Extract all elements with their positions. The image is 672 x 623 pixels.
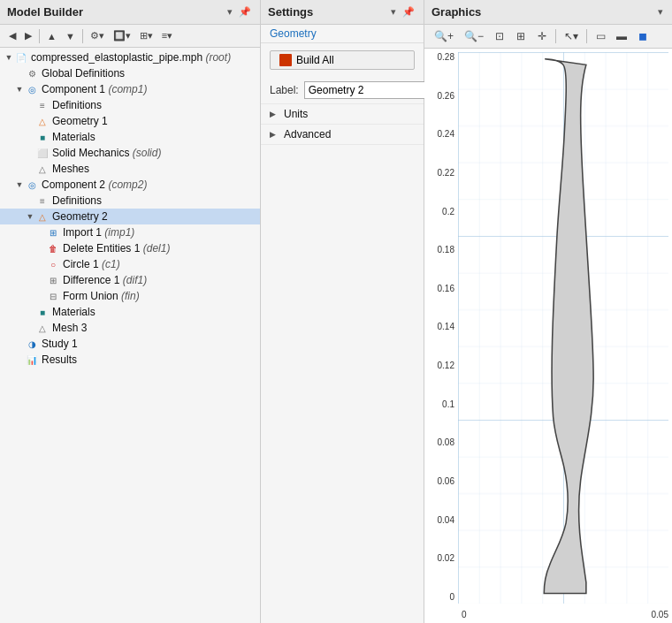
tree-item-results[interactable]: 📊Results [0, 352, 260, 368]
tree-label-delent1: Delete Entities 1 (del1) [63, 242, 170, 255]
mb-forward-btn[interactable]: ▶ [21, 27, 35, 44]
tree-icon-geom1: △ [35, 114, 50, 128]
mb-add-node-btn[interactable]: 🔲▾ [110, 27, 134, 44]
tree-label-mesh3: Mesh 3 [52, 322, 87, 334]
pan-btn[interactable]: ✛ [532, 27, 552, 45]
x-axis: 00.05 [458, 610, 672, 619]
label-row: Label: [261, 77, 424, 104]
mb-up-btn[interactable]: ▲ [43, 28, 60, 44]
y-axis-label: 0.1 [442, 399, 454, 409]
tree-item-circle1[interactable]: ○Circle 1 (c1) [0, 256, 260, 272]
tree-item-root[interactable]: ▼📄compressed_elastoplastic_pipe.mph (roo… [0, 49, 260, 65]
settings-header: Settings ▾ 📌 [261, 0, 424, 25]
wireframe-btn[interactable]: ▭ [591, 27, 610, 45]
y-axis-label: 0.22 [438, 168, 454, 178]
zoom-extents-btn[interactable]: ⊡ [490, 27, 509, 45]
solid-btn[interactable]: ▬ [612, 27, 631, 45]
section-item-advanced[interactable]: ▶Advanced [261, 125, 424, 145]
tree-item-comp1-defs[interactable]: ≡Definitions [0, 97, 260, 113]
y-axis-label: 0.12 [438, 361, 454, 370]
graphics-toolbar: 🔍+ 🔍− ⊡ ⊞ ✛ ↖▾ ▭ ▬ ◼ [424, 25, 672, 49]
tree-label-geom1: Geometry 1 [52, 115, 108, 127]
section-item-units[interactable]: ▶Units [261, 104, 424, 125]
tree-item-formunion[interactable]: ⊟Form Union (fin) [0, 288, 260, 304]
graphics-panel: Graphics ▾ 🔍+ 🔍− ⊡ ⊞ ✛ ↖▾ ▭ ▬ ◼ 0.280.26… [424, 0, 672, 623]
shaded-btn[interactable]: ◼ [633, 27, 653, 45]
mb-multiwin-btn[interactable]: ⊞▾ [136, 27, 157, 44]
model-tree: ▼📄compressed_elastoplastic_pipe.mph (roo… [0, 48, 260, 623]
tree-item-geom1[interactable]: △Geometry 1 [0, 113, 260, 129]
mb-down-btn[interactable]: ▼ [62, 28, 79, 44]
tree-item-global-defs[interactable]: ⚙Global Definitions [0, 65, 260, 81]
settings-sub-header: Geometry [261, 25, 424, 43]
settings-collapse-btn[interactable]: ▾ [389, 5, 398, 19]
tree-item-comp1[interactable]: ▼◎Component 1 (comp1) [0, 81, 260, 97]
y-axis-label: 0 [449, 592, 454, 602]
model-builder-header: Model Builder ▾ 📌 [0, 0, 260, 25]
y-axis-label: 0.28 [438, 52, 454, 62]
tree-icon-mat2: ■ [35, 305, 50, 319]
zoom-window-btn[interactable]: ⊞ [511, 27, 531, 45]
settings-pin-btn[interactable]: 📌 [401, 5, 416, 19]
tree-icon-mesh3: △ [35, 321, 50, 335]
tree-icon-solidmech: ⬜ [35, 146, 50, 160]
mb-more-btn[interactable]: ≡▾ [158, 27, 176, 44]
mb-settings-btn[interactable]: ⚙▾ [87, 27, 108, 44]
tree-icon-circle1: ○ [46, 257, 60, 271]
tree-label-comp1-defs: Definitions [52, 99, 102, 111]
tree-item-study1[interactable]: ◑Study 1 [0, 336, 260, 352]
settings-title: Settings [268, 5, 313, 19]
graphics-canvas[interactable]: 0.280.260.240.220.20.180.160.140.120.10.… [424, 49, 672, 623]
tree-item-comp2[interactable]: ▼◎Component 2 (comp2) [0, 177, 260, 193]
build-all-label: Build All [296, 54, 334, 66]
x-axis-label: 0 [462, 610, 467, 619]
y-axis-label: 0.26 [438, 91, 454, 101]
mb-back-btn[interactable]: ◀ [5, 27, 19, 44]
y-axis-label: 0.14 [438, 322, 454, 331]
tree-icon-comp2-defs: ≡ [35, 194, 50, 208]
toolbar-sep-2 [82, 29, 83, 43]
geometry-shape-svg [458, 52, 668, 604]
label-field-label: Label: [270, 84, 299, 96]
tree-icon-geom2: △ [35, 209, 50, 224]
zoom-out-btn[interactable]: 🔍− [460, 27, 488, 45]
tree-item-comp2-defs[interactable]: ≡Definitions [0, 193, 260, 209]
tree-icon-results: 📊 [25, 353, 39, 367]
build-all-button[interactable]: Build All [270, 50, 415, 70]
tree-item-geom2[interactable]: ▼△Geometry 2 [0, 209, 260, 224]
tree-item-mesh3[interactable]: △Mesh 3 [0, 320, 260, 336]
tree-label-comp2: Component 2 (comp2) [42, 179, 147, 191]
y-axis-label: 0.08 [438, 437, 454, 447]
section-toggle-units: ▶ [270, 110, 279, 118]
tree-item-solidmech[interactable]: ⬜Solid Mechanics (solid) [0, 145, 260, 161]
y-axis-label: 0.02 [438, 553, 454, 563]
mb-pin-btn[interactable]: 📌 [237, 5, 253, 19]
zoom-in-btn[interactable]: 🔍+ [430, 27, 458, 45]
tree-icon-study1: ◑ [25, 337, 39, 351]
graphics-collapse-btn[interactable]: ▾ [656, 5, 665, 19]
section-label-advanced: Advanced [284, 128, 331, 141]
select-btn[interactable]: ↖▾ [560, 27, 583, 45]
y-axis-label: 0.2 [442, 207, 454, 217]
tree-item-delent1[interactable]: 🗑Delete Entities 1 (del1) [0, 240, 260, 256]
tree-item-mat2[interactable]: ■Materials [0, 304, 260, 320]
y-axis-label: 0.06 [438, 476, 454, 486]
tree-label-diff1: Difference 1 (dif1) [63, 274, 147, 286]
tree-label-formunion: Form Union (fin) [63, 290, 140, 302]
tree-icon-comp1: ◎ [25, 82, 39, 96]
gfx-sep-2 [586, 29, 587, 43]
tree-item-mesh1[interactable]: △Meshes [0, 161, 260, 177]
tree-label-mat1: Materials [52, 131, 95, 143]
model-builder-toolbar: ◀ ▶ ▲ ▼ ⚙▾ 🔲▾ ⊞▾ ≡▾ [0, 25, 260, 48]
tree-label-geom2: Geometry 2 [52, 210, 108, 223]
tree-toggle: ▼ [14, 180, 25, 189]
tree-item-mat1[interactable]: ■Materials [0, 129, 260, 145]
tree-item-import1[interactable]: ⊞Import 1 (imp1) [0, 224, 260, 240]
settings-header-icons: ▾ 📌 [389, 5, 416, 19]
mb-collapse-btn[interactable]: ▾ [225, 5, 234, 19]
tree-icon-comp2: ◎ [25, 178, 39, 192]
tree-icon-global-defs: ⚙ [25, 66, 39, 80]
tree-label-comp2-defs: Definitions [52, 194, 102, 207]
tree-icon-comp1-defs: ≡ [35, 98, 50, 112]
tree-item-diff1[interactable]: ⊞Difference 1 (dif1) [0, 272, 260, 288]
